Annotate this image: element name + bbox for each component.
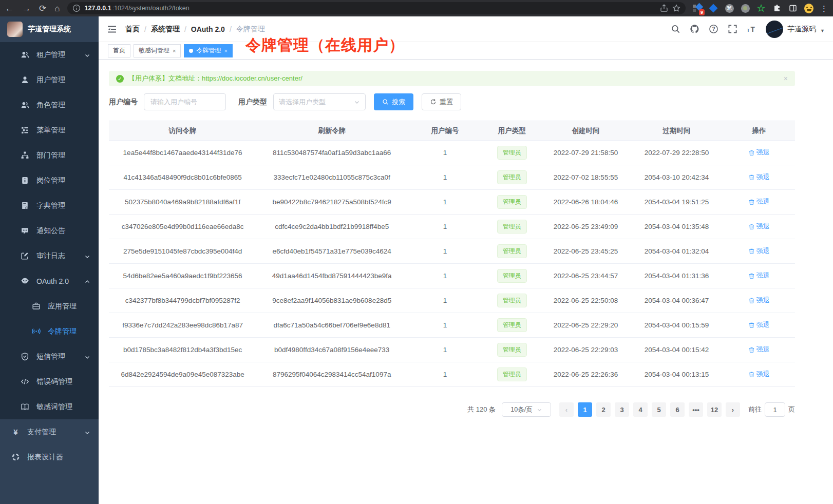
created-time-cell: 2022-07-02 18:55:55 xyxy=(541,165,631,190)
force-logout-button[interactable]: 强退 xyxy=(748,222,770,231)
user-type-cell: 管理员 xyxy=(483,313,541,338)
user-menu[interactable]: 芋道源码 ▼ xyxy=(766,21,825,38)
sidebar-item-label: 通知公告 xyxy=(36,226,90,236)
hamburger-icon[interactable] xyxy=(107,24,117,34)
sidebar-item-sms[interactable]: 短信管理 xyxy=(0,344,99,369)
access-token-cell: 1ea5e44f8bc1467aaede43144f31de76 xyxy=(109,141,256,165)
browser-home-icon[interactable]: ⌂ xyxy=(54,4,60,13)
reset-button[interactable]: 重置 xyxy=(422,93,461,110)
extension-gem-icon[interactable] xyxy=(709,4,718,13)
extension-recorder-icon[interactable] xyxy=(741,4,750,13)
tag-令牌管理[interactable]: 令牌管理× xyxy=(184,44,232,57)
access-token-cell: 502375b8040a469a9b82188afdf6af1f xyxy=(109,190,256,215)
font-size-icon[interactable]: TT xyxy=(747,24,756,34)
table-row: 502375b8040a469a9b82188afdf6af1fbe90422b… xyxy=(109,190,795,215)
shield-icon xyxy=(21,352,29,361)
next-page-button[interactable]: › xyxy=(726,402,740,417)
page-button-5[interactable]: 5 xyxy=(652,402,666,417)
user-id-cell: 1 xyxy=(407,264,483,288)
sidebar-item-report[interactable]: 报表设计器 xyxy=(0,444,99,470)
browser-menu-icon[interactable]: ⋮ xyxy=(820,5,828,12)
close-icon[interactable]: × xyxy=(173,48,176,54)
page-button-12[interactable]: 12 xyxy=(707,402,722,417)
bookmark-star-icon[interactable] xyxy=(672,4,680,12)
user-id-cell: 1 xyxy=(407,338,483,362)
extension-star-icon[interactable] xyxy=(756,4,766,13)
tag-首页[interactable]: 首页 xyxy=(108,44,130,57)
alert-doc-link[interactable]: https://doc.iocoder.cn/user-center/ xyxy=(202,74,302,82)
force-logout-button[interactable]: 强退 xyxy=(748,320,770,329)
force-logout-button[interactable]: 强退 xyxy=(748,345,770,354)
sidebar: 芋道管理系统 租户管理用户管理角色管理菜单管理部门管理岗位管理字典管理通知公告审… xyxy=(0,16,99,504)
user-type-cell: 管理员 xyxy=(483,215,541,239)
sidebar-item-notice[interactable]: 通知公告 xyxy=(0,218,99,243)
side-panel-icon[interactable] xyxy=(788,4,798,13)
extension-modheader-icon[interactable]: 9 xyxy=(693,4,702,13)
profile-avatar[interactable] xyxy=(804,4,813,13)
alert-close-icon[interactable]: × xyxy=(784,74,788,83)
page-ellipsis[interactable]: ••• xyxy=(689,402,703,417)
force-logout-button[interactable]: 强退 xyxy=(748,148,770,157)
page-button-4[interactable]: 4 xyxy=(633,402,648,417)
sidebar-item-audit[interactable]: 审计日志 xyxy=(0,243,99,268)
action-cell: 强退 xyxy=(723,141,795,165)
table-row: 54d6be82ee5a460a9aedc1f9bf22365649d1aa46… xyxy=(109,264,795,288)
help-icon[interactable]: ? xyxy=(709,24,718,34)
site-info-icon[interactable] xyxy=(72,4,81,12)
sidebar-item-tenant[interactable]: 租户管理 xyxy=(0,42,99,67)
force-logout-button[interactable]: 强退 xyxy=(748,370,770,379)
force-logout-button[interactable]: 强退 xyxy=(748,246,770,256)
force-logout-button[interactable]: 强退 xyxy=(748,271,770,280)
browser-forward-icon[interactable]: → xyxy=(22,4,31,13)
sidebar-item-post[interactable]: 岗位管理 xyxy=(0,168,99,193)
app-logo-bar[interactable]: 芋道管理系统 xyxy=(0,16,99,42)
breadcrumb-item[interactable]: OAuth 2.0 xyxy=(191,25,225,33)
extensions-puzzle-icon[interactable] xyxy=(772,4,782,13)
sidebar-item-dict[interactable]: 字典管理 xyxy=(0,193,99,218)
trash-icon xyxy=(748,248,755,255)
page-button-1[interactable]: 1 xyxy=(578,402,592,417)
search-button[interactable]: 搜索 xyxy=(374,93,413,110)
sidebar-item-errcode[interactable]: 错误码管理 xyxy=(0,369,99,394)
created-time-cell: 2022-07-29 21:58:50 xyxy=(541,141,631,165)
sidebar-item-role[interactable]: 角色管理 xyxy=(0,92,99,118)
sidebar-item-pay[interactable]: ¥支付管理 xyxy=(0,419,99,444)
search-icon[interactable] xyxy=(671,24,680,34)
user-type-tag: 管理员 xyxy=(497,294,527,307)
breadcrumb-item[interactable]: 首页 xyxy=(125,25,140,34)
page-button-2[interactable]: 2 xyxy=(596,402,611,417)
trash-icon xyxy=(748,322,755,328)
breadcrumb-item[interactable]: 系统管理 xyxy=(151,25,180,34)
sidebar-item-oauth[interactable]: OAuth 2.0 xyxy=(0,268,99,294)
user-id-input[interactable] xyxy=(144,93,226,110)
extension-command-icon[interactable]: ⌘ xyxy=(725,4,734,13)
force-logout-button[interactable]: 强退 xyxy=(748,197,770,206)
close-icon[interactable]: × xyxy=(224,48,227,54)
user-id-cell: 1 xyxy=(407,215,483,239)
address-bar[interactable]: 127.0.0.1:1024/system/oauth2/token xyxy=(67,2,686,14)
browser-reload-icon[interactable]: ⟳ xyxy=(39,4,46,13)
user-name: 芋道源码 xyxy=(787,25,816,34)
share-icon[interactable] xyxy=(660,4,668,12)
browser-back-icon[interactable]: ← xyxy=(5,4,14,13)
alert-text: 【用户体系】文档地址：https://doc.iocoder.cn/user-c… xyxy=(128,74,302,83)
goto-page-input[interactable] xyxy=(765,402,785,417)
force-logout-button[interactable]: 强退 xyxy=(748,172,770,182)
force-logout-button[interactable]: 强退 xyxy=(748,296,770,305)
user-type-select[interactable]: 请选择用户类型 xyxy=(273,93,366,110)
prev-page-button[interactable]: ‹ xyxy=(559,402,574,417)
sidebar-item-user[interactable]: 用户管理 xyxy=(0,67,99,92)
tag-敏感词管理[interactable]: 敏感词管理× xyxy=(134,44,181,57)
sidebar-item-token[interactable]: 令牌管理 xyxy=(0,319,99,344)
page-size-select[interactable]: 10条/页 xyxy=(502,402,551,417)
sidebar-item-app[interactable]: 应用管理 xyxy=(0,294,99,319)
sidebar-item-dept[interactable]: 部门管理 xyxy=(0,143,99,168)
github-icon[interactable] xyxy=(690,24,699,34)
sidebar-item-sensitive[interactable]: 敏感词管理 xyxy=(0,394,99,419)
fullscreen-icon[interactable] xyxy=(728,24,737,34)
page-button-3[interactable]: 3 xyxy=(615,402,629,417)
refresh-token-cell: 9ce8ef2aa9f14056b831ae9b608e28d5 xyxy=(256,288,407,313)
sidebar-item-menu[interactable]: 菜单管理 xyxy=(0,118,99,143)
trash-icon xyxy=(748,223,755,230)
page-button-6[interactable]: 6 xyxy=(670,402,685,417)
